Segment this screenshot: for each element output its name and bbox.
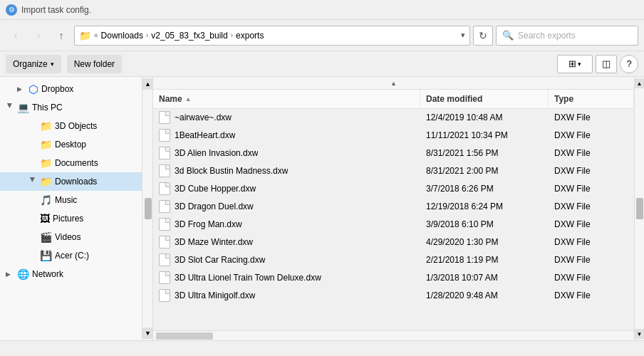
file-modified-cell: 1/28/2020 9:48 AM <box>420 288 549 303</box>
forward-button[interactable]: › <box>28 26 48 46</box>
up-button[interactable]: ↑ <box>51 26 71 46</box>
file-icon <box>159 200 170 213</box>
file-modified-cell: 3/9/2018 6:10 PM <box>420 217 549 231</box>
crumb-v2[interactable]: v2_05_83_fx3_build <box>151 31 227 41</box>
sidebar-item-network[interactable]: ▶ 🌐 Network <box>0 265 142 283</box>
new-folder-button[interactable]: New folder <box>67 55 122 73</box>
file-modified: 11/11/2021 10:34 PM <box>426 130 508 140</box>
file-modified: 12/4/2019 10:48 AM <box>426 112 502 122</box>
file-modified-cell: 2/21/2018 1:19 PM <box>420 253 549 267</box>
file-type: DXW File <box>554 201 591 211</box>
table-row[interactable]: 3D Frog Man.dxw 3/9/2018 6:10 PM DXW Fil… <box>153 216 634 234</box>
table-row[interactable]: 3d Block Bustin Madness.dxw 8/31/2021 2:… <box>153 162 634 180</box>
title-bar: ⚙ Import task config. <box>0 0 644 20</box>
organize-button[interactable]: Organize ▾ <box>6 55 61 73</box>
file-name-cell: 3D Dragon Duel.dxw <box>153 198 420 215</box>
help-button[interactable]: ? <box>620 55 638 73</box>
file-area-scrollbar[interactable]: ▲ ▼ <box>634 77 644 340</box>
file-type: DXW File <box>554 130 591 140</box>
sidebar-item-3d-objects[interactable]: ▶ 📁 3D Objects <box>0 117 142 135</box>
sidebar-item-this-pc[interactable]: ▶ 💻 This PC <box>0 98 142 117</box>
table-row[interactable]: 3D Dragon Duel.dxw 12/19/2018 6:24 PM DX… <box>153 198 634 216</box>
horizontal-scrollbar[interactable] <box>153 330 634 340</box>
folder-downloads-icon: 📁 <box>40 176 52 187</box>
folder-desktop-icon: 📁 <box>40 139 52 150</box>
file-scroll-up[interactable]: ▲ <box>635 78 645 88</box>
sidebar-scroll-up[interactable]: ▲ <box>142 78 154 90</box>
search-icon: 🔍 <box>502 30 514 41</box>
column-headers: Name ▲ Date modified Type <box>153 90 634 109</box>
table-row[interactable]: 3D Alien Invasion.dxw 8/31/2021 1:56 PM … <box>153 145 634 162</box>
sidebar-label-3d-objects: 3D Objects <box>55 121 97 131</box>
preview-button[interactable]: ◫ <box>596 55 617 73</box>
file-type-cell: DXW File <box>549 271 634 285</box>
file-scroll-thumb <box>636 198 643 219</box>
file-modified: 3/7/2018 6:26 PM <box>426 184 494 194</box>
sidebar-item-dropbox[interactable]: ▶ ⬡ Dropbox <box>0 80 142 98</box>
scroll-up-icon: ▲ <box>390 80 397 87</box>
file-name: 3D Dragon Duel.dxw <box>175 201 254 211</box>
sidebar-label-acer-c: Acer (C:) <box>55 251 89 261</box>
chevron-icon: ▶ <box>29 177 36 186</box>
sidebar-label-desktop: Desktop <box>55 140 86 150</box>
view-toggle-button[interactable]: ⊞ ▾ <box>557 55 593 73</box>
view-icon: ⊞ <box>568 58 576 69</box>
file-icon <box>159 253 170 266</box>
file-type: DXW File <box>554 166 591 176</box>
col-modified-header[interactable]: Date modified <box>420 90 549 108</box>
network-icon: 🌐 <box>17 268 29 280</box>
col-name-header[interactable]: Name ▲ <box>153 90 420 108</box>
address-bar[interactable]: 📁 « Downloads › v2_05_83_fx3_build › exp… <box>74 26 470 46</box>
file-icon <box>159 218 170 231</box>
refresh-button[interactable]: ↻ <box>473 26 493 46</box>
address-chevron-icon[interactable]: ▾ <box>461 31 465 40</box>
file-modified: 12/19/2018 6:24 PM <box>426 201 503 211</box>
status-bar <box>0 340 644 356</box>
chevron-icon: ▶ <box>6 103 14 112</box>
sidebar-label-this-pc: This PC <box>32 103 63 112</box>
sidebar-item-music[interactable]: ▶ 🎵 Music <box>0 191 142 209</box>
file-name-cell: 3D Slot Car Racing.dxw <box>153 251 420 268</box>
table-row[interactable]: 3D Ultra Minigolf.dxw 1/28/2020 9:48 AM … <box>153 287 634 305</box>
file-icon <box>159 182 170 195</box>
file-type: DXW File <box>554 273 591 283</box>
file-type-cell: DXW File <box>549 182 634 196</box>
file-modified-cell: 1/3/2018 10:07 AM <box>420 271 549 285</box>
new-folder-label: New folder <box>74 59 115 69</box>
sidebar-label-pictures: Pictures <box>53 214 83 224</box>
file-name: 3D Cube Hopper.dxw <box>175 184 256 194</box>
file-modified-cell: 8/31/2021 2:00 PM <box>420 164 549 178</box>
sidebar-item-downloads[interactable]: ▶ 📁 Downloads <box>0 172 142 191</box>
music-icon: 🎵 <box>40 194 52 206</box>
search-placeholder: Search exports <box>518 31 576 41</box>
search-box[interactable]: 🔍 Search exports <box>496 26 638 46</box>
file-name-cell: 3d Block Bustin Madness.dxw <box>153 162 420 179</box>
crumb-exports[interactable]: exports <box>236 31 264 41</box>
file-modified: 1/3/2018 10:07 AM <box>426 273 498 283</box>
address-folder-icon: 📁 <box>79 30 91 41</box>
file-modified-cell: 12/19/2018 6:24 PM <box>420 199 549 214</box>
file-area-scroll-up[interactable]: ▲ <box>153 77 634 90</box>
sidebar-item-pictures[interactable]: ▶ 🖼 Pictures <box>0 209 142 228</box>
sidebar-item-videos[interactable]: ▶ 🎬 Videos <box>0 228 142 246</box>
sidebar-scroll-down[interactable]: ▼ <box>142 328 154 339</box>
file-scroll-down[interactable]: ▼ <box>635 329 645 339</box>
file-type-cell: DXW File <box>549 128 634 142</box>
sidebar-item-acer-c[interactable]: ▶ 💾 Acer (C:) <box>0 246 142 265</box>
crumb-downloads[interactable]: Downloads <box>101 31 143 41</box>
col-type-header[interactable]: Type <box>549 90 634 108</box>
table-row[interactable]: 3D Maze Winter.dxw 4/29/2020 1:30 PM DXW… <box>153 234 634 251</box>
table-row[interactable]: 1BeatHeart.dxw 11/11/2021 10:34 PM DXW F… <box>153 127 634 145</box>
sidebar-item-desktop[interactable]: ▶ 📁 Desktop <box>0 135 142 154</box>
table-row[interactable]: 3D Cube Hopper.dxw 3/7/2018 6:26 PM DXW … <box>153 180 634 198</box>
back-button[interactable]: ‹ <box>6 26 26 46</box>
file-name-cell: 3D Frog Man.dxw <box>153 216 420 233</box>
sidebar-item-documents[interactable]: ▶ 📁 Documents <box>0 154 142 172</box>
table-row[interactable]: ~airwave~.dxw 12/4/2019 10:48 AM DXW Fil… <box>153 109 634 127</box>
file-type-cell: DXW File <box>549 164 634 178</box>
chevron-icon: ▶ <box>17 85 26 93</box>
table-row[interactable]: 3D Slot Car Racing.dxw 2/21/2018 1:19 PM… <box>153 251 634 269</box>
nav-bar: ‹ › ↑ 📁 « Downloads › v2_05_83_fx3_build… <box>0 20 644 51</box>
file-name: 3D Frog Man.dxw <box>175 219 242 229</box>
table-row[interactable]: 3D Ultra Lionel Train Town Deluxe.dxw 1/… <box>153 269 634 287</box>
